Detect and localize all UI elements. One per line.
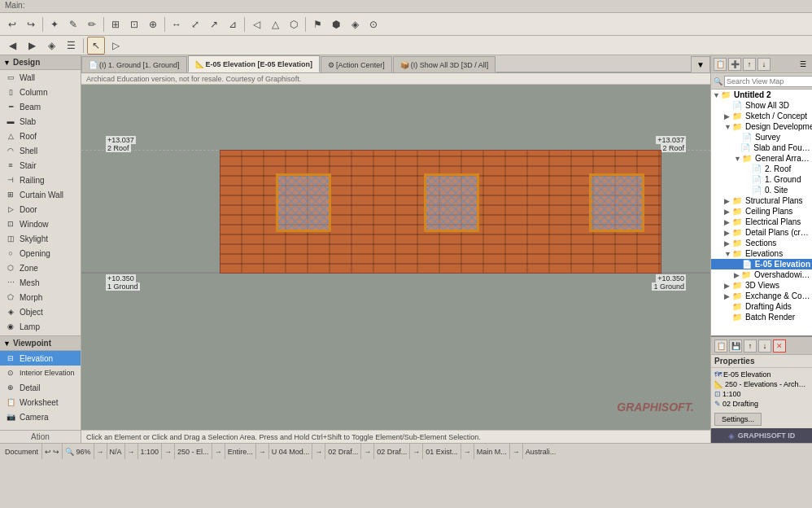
redo-icon[interactable]: ↪ bbox=[53, 448, 59, 456]
sidebar-item-interior-elevation[interactable]: ⊙Interior Elevation bbox=[0, 366, 81, 380]
status-draf1[interactable]: 02 Draf... bbox=[325, 444, 361, 459]
sidebar-item-window[interactable]: ⊡Window bbox=[0, 217, 81, 231]
grid-btn[interactable]: ⊞ bbox=[107, 15, 124, 33]
tree-item-exchange[interactable]: ▶ 📁 Exchange & Coordina... bbox=[711, 291, 812, 301]
status-undo-redo[interactable]: ↩ ↪ bbox=[42, 444, 63, 459]
view-map-search-input[interactable] bbox=[724, 76, 812, 87]
settings-btn[interactable]: Settings... bbox=[714, 413, 762, 426]
undo-icon[interactable]: ↩ bbox=[45, 448, 51, 456]
poly-btn[interactable]: ◁ bbox=[247, 15, 265, 33]
tree-item-elevations[interactable]: ▼ 📁 Elevations bbox=[711, 248, 812, 259]
prop-icon-4[interactable]: ↓ bbox=[758, 339, 771, 353]
arrow-tool-btn[interactable]: ↖ bbox=[87, 37, 105, 55]
mirror-btn[interactable]: ⊿ bbox=[224, 15, 242, 33]
status-draf2[interactable]: 02 Draf... bbox=[374, 444, 410, 459]
tree-item-0-site[interactable]: 📄 0. Site bbox=[711, 185, 812, 195]
tree-item-slab[interactable]: 📄 Slab and Foundati... bbox=[711, 142, 812, 153]
tab-show-all-3d[interactable]: 📦 (I) Show All 3D [3D / All] bbox=[393, 56, 496, 72]
zoom-btn[interactable]: ⊕ bbox=[144, 15, 162, 33]
tree-item-sketch[interactable]: ▶ 📁 Sketch / Concept bbox=[711, 111, 812, 121]
sidebar-item-camera[interactable]: 📷Camera bbox=[0, 409, 81, 424]
tree-item-general[interactable]: ▼ 📁 General Arrangem... bbox=[711, 153, 812, 164]
sidebar-item-zone[interactable]: ⬡Zone bbox=[0, 261, 81, 275]
sidebar-item-opening[interactable]: ○Opening bbox=[0, 246, 81, 261]
status-zoom[interactable]: 🔍 96% bbox=[63, 444, 94, 459]
view-map-icon-menu[interactable]: ☰ bbox=[797, 58, 810, 71]
sidebar-item-beam[interactable]: ━Beam bbox=[0, 99, 81, 114]
sidebar-item-shell[interactable]: ◠Shell bbox=[0, 143, 81, 158]
hex-btn[interactable]: ⬡ bbox=[285, 15, 303, 33]
tree-item-ceiling[interactable]: ▶ 📁 Ceiling Plans bbox=[711, 206, 812, 217]
tree-item-structural[interactable]: ▶ 📁 Structural Plans bbox=[711, 195, 812, 206]
flag-btn[interactable]: ⚑ bbox=[308, 15, 326, 33]
prop-icon-1[interactable]: 📋 bbox=[714, 339, 727, 353]
sidebar-item-roof[interactable]: △Roof bbox=[0, 129, 81, 143]
status-nav2[interactable]: → bbox=[125, 444, 138, 459]
grid2-btn[interactable]: ⊡ bbox=[125, 15, 143, 33]
design-section-header[interactable]: ▼ Design bbox=[0, 55, 81, 70]
view-list-btn[interactable]: ☰ bbox=[62, 37, 80, 55]
tri-btn[interactable]: △ bbox=[266, 15, 284, 33]
status-nav3[interactable]: → bbox=[162, 444, 175, 459]
status-aus[interactable]: Australi... bbox=[523, 444, 559, 459]
shape-btn[interactable]: ⬢ bbox=[327, 15, 345, 33]
rotate-btn[interactable]: ↗ bbox=[205, 15, 223, 33]
tree-item-overshadowing[interactable]: ▶ 📁 Overshadowing Pl... bbox=[711, 269, 812, 280]
play-btn[interactable]: ▷ bbox=[107, 37, 124, 55]
status-entire[interactable]: Entire... bbox=[225, 444, 256, 459]
pen-btn[interactable]: ✎ bbox=[64, 15, 82, 33]
resize-btn[interactable]: ⤢ bbox=[186, 15, 204, 33]
sidebar-item-worksheet[interactable]: 📋Worksheet bbox=[0, 395, 81, 409]
status-mod[interactable]: U 04 Mod... bbox=[269, 444, 313, 459]
tab-action-center[interactable]: ⚙ [Action Center] bbox=[321, 56, 392, 72]
status-exist[interactable]: 01 Exist... bbox=[423, 444, 461, 459]
tree-item-survey[interactable]: 📄 Survey bbox=[711, 132, 812, 142]
status-nav[interactable]: → bbox=[94, 444, 107, 459]
target-btn[interactable]: ◈ bbox=[346, 15, 364, 33]
tree-item-3d-views[interactable]: ▶ 📁 3D Views bbox=[711, 280, 812, 291]
drawing-area[interactable]: +13.037 2 Roof +13.037 2 Roof +10.350 1 … bbox=[81, 85, 710, 430]
tree-item-1-ground[interactable]: 📄 1. Ground bbox=[711, 174, 812, 185]
status-nav4[interactable]: → bbox=[212, 444, 225, 459]
tree-item-batch-render[interactable]: 📁 Batch Render bbox=[711, 312, 812, 322]
status-nav6[interactable]: → bbox=[312, 444, 325, 459]
tree-item-electrical[interactable]: ▶ 📁 Electrical Plans bbox=[711, 217, 812, 227]
select-btn[interactable]: ✦ bbox=[46, 15, 63, 33]
status-nav10[interactable]: → bbox=[510, 444, 523, 459]
status-nav9[interactable]: → bbox=[461, 444, 474, 459]
view-map-icon-1[interactable]: 📋 bbox=[714, 58, 727, 71]
redo-btn[interactable]: ↪ bbox=[22, 15, 40, 33]
tab-ground-floor[interactable]: 📄 (I) 1. Ground [1. Ground] bbox=[81, 56, 187, 72]
sidebar-item-curtain-wall[interactable]: ⊞Curtain Wall bbox=[0, 187, 81, 202]
viewpoint-section-header[interactable]: ▼ Viewpoint bbox=[0, 335, 81, 351]
sidebar-item-detail[interactable]: ⊕Detail bbox=[0, 380, 81, 395]
tab-view-btn[interactable]: ▼ bbox=[691, 56, 710, 72]
prop-icon-2[interactable]: 💾 bbox=[729, 339, 742, 353]
sidebar-item-stair[interactable]: ≡Stair bbox=[0, 158, 81, 173]
sidebar-item-door[interactable]: ▷Door bbox=[0, 202, 81, 217]
tree-item-root[interactable]: ▼ 📁 Untitled 2 bbox=[711, 90, 812, 100]
sidebar-item-morph[interactable]: ⬠Morph bbox=[0, 290, 81, 304]
tree-item-drafting-aids[interactable]: 📁 Drafting Aids bbox=[711, 301, 812, 312]
view-map-icon-3[interactable]: ↑ bbox=[743, 58, 756, 71]
circle-btn[interactable]: ⊙ bbox=[365, 15, 382, 33]
prop-icon-3[interactable]: ↑ bbox=[744, 339, 757, 353]
prev-btn[interactable]: ◀ bbox=[3, 37, 21, 55]
view-icon-btn[interactable]: ◈ bbox=[42, 37, 60, 55]
status-layer[interactable]: 250 - El... bbox=[175, 444, 212, 459]
sidebar-item-column[interactable]: ▯Column bbox=[0, 85, 81, 99]
tab-e05-elevation[interactable]: 📐 E-05 Elevation [E-05 Elevation] bbox=[188, 55, 321, 72]
status-main[interactable]: Main M... bbox=[474, 444, 510, 459]
tree-item-design-dev[interactable]: ▼ 📁 Design Development bbox=[711, 121, 812, 132]
tree-item-2-roof[interactable]: 📄 2. Roof bbox=[711, 164, 812, 174]
view-map-icon-4[interactable]: ↓ bbox=[757, 58, 771, 71]
sidebar-item-elevation[interactable]: ⊟Elevation bbox=[0, 351, 81, 366]
next-btn[interactable]: ▶ bbox=[23, 37, 41, 55]
move-btn[interactable]: ↔ bbox=[168, 15, 186, 33]
view-map-icon-2[interactable]: ➕ bbox=[728, 58, 741, 71]
tree-item-e05[interactable]: 📄 E-05 Elevation bbox=[711, 259, 812, 269]
tree-item-show-all-3d[interactable]: 📄 Show All 3D bbox=[711, 100, 812, 111]
sidebar-item-railing[interactable]: ⊣Railing bbox=[0, 173, 81, 187]
status-nav7[interactable]: → bbox=[361, 444, 374, 459]
prop-icon-delete[interactable]: ✕ bbox=[773, 339, 786, 353]
